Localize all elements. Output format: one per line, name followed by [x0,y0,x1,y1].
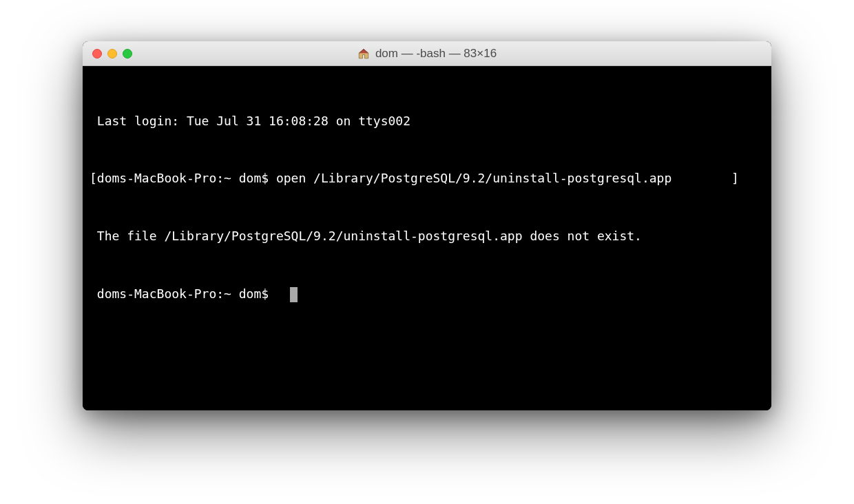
terminal-line-command: [doms-MacBook-Pro:~ dom$ open /Library/P… [90,169,764,188]
terminal-line-prompt: doms-MacBook-Pro:~ dom$ [90,284,764,304]
window-titlebar[interactable]: dom — -bash — 83×16 [83,41,771,66]
traffic-lights [83,49,132,59]
last-login-text: Last login: Tue Jul 31 16:08:28 on ttys0… [97,114,410,128]
zoom-button[interactable] [123,49,132,59]
prompt-1: doms-MacBook-Pro:~ dom$ [97,171,276,185]
terminal-window: dom — -bash — 83×16 Last login: Tue Jul … [83,41,771,410]
home-icon [357,48,370,60]
terminal-body[interactable]: Last login: Tue Jul 31 16:08:28 on ttys0… [83,66,771,410]
terminal-line-login: Last login: Tue Jul 31 16:08:28 on ttys0… [90,112,764,131]
error-output-text: The file /Library/PostgreSQL/9.2/uninsta… [97,229,642,243]
prompt-2: doms-MacBook-Pro:~ dom$ [97,286,276,301]
right-bracket: ] [731,171,739,185]
left-bracket: [ [90,171,97,185]
terminal-line-output: The file /Library/PostgreSQL/9.2/uninsta… [90,227,764,246]
window-title: dom — -bash — 83×16 [375,47,497,61]
command-text: open /Library/PostgreSQL/9.2/uninstall-p… [276,171,671,185]
cursor-icon [290,287,298,302]
window-title-wrap: dom — -bash — 83×16 [83,47,771,61]
close-button[interactable] [92,49,102,59]
minimize-button[interactable] [107,49,117,59]
